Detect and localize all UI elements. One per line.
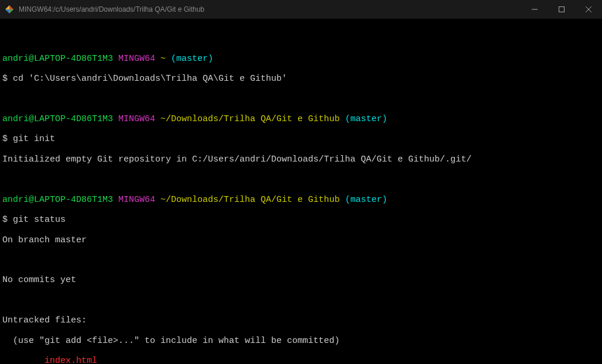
prompt-env: MINGW64: [118, 195, 155, 205]
git-bash-icon: [5, 5, 14, 14]
terminal-content[interactable]: andri@LAPTOP-4D86T1M3 MINGW64 ~ (master)…: [0, 19, 602, 364]
output-line: Untracked files:: [2, 315, 600, 325]
prompt-env: MINGW64: [118, 54, 155, 64]
window-titlebar: MINGW64:/c/Users/andri/Downloads/Trilha …: [0, 0, 602, 19]
prompt-line: andri@LAPTOP-4D86T1M3 MINGW64 ~ (master): [2, 54, 600, 64]
prompt-path: ~/Downloads/Trilha QA/Git e Github: [160, 114, 340, 124]
close-button[interactable]: [575, 0, 602, 19]
svg-marker-4: [5, 5, 9, 9]
blank-line: [2, 296, 600, 305]
prompt-user: andri@LAPTOP-4D86T1M3: [2, 195, 113, 205]
output-line: Initialized empty Git repository in C:/U…: [2, 154, 600, 164]
window-title: MINGW64:/c/Users/andri/Downloads/Trilha …: [19, 5, 204, 13]
blank-line: [2, 94, 600, 104]
output-line: On branch master: [2, 235, 600, 245]
prompt-line: andri@LAPTOP-4D86T1M3 MINGW64 ~/Download…: [2, 195, 600, 205]
maximize-button[interactable]: [548, 0, 575, 19]
svg-marker-2: [9, 9, 13, 13]
prompt-line: andri@LAPTOP-4D86T1M3 MINGW64 ~/Download…: [2, 114, 600, 124]
minimize-button[interactable]: [521, 0, 548, 19]
prompt-branch: (master): [171, 54, 213, 64]
command-line: $ git status: [2, 215, 600, 225]
svg-rect-6: [559, 7, 565, 12]
indent: [2, 356, 45, 364]
prompt-path: ~: [160, 54, 166, 64]
prompt-path: ~/Downloads/Trilha QA/Git e Github: [160, 195, 340, 205]
command-line: $ cd 'C:\Users\andri\Downloads\Trilha QA…: [2, 74, 600, 84]
window-controls: [521, 0, 602, 19]
prompt-user: andri@LAPTOP-4D86T1M3: [2, 54, 113, 64]
command-line: $ git init: [2, 134, 600, 144]
output-line: No commits yet: [2, 275, 600, 285]
output-line: index.html: [2, 356, 600, 364]
blank-line: [2, 255, 600, 265]
untracked-file: index.html: [45, 356, 97, 364]
prompt-branch: (master): [345, 114, 387, 124]
prompt-user: andri@LAPTOP-4D86T1M3: [2, 114, 113, 124]
blank-line: [2, 174, 600, 184]
output-line: (use "git add <file>..." to include in w…: [2, 336, 600, 346]
blank-line: [2, 33, 600, 43]
svg-marker-1: [9, 5, 13, 9]
prompt-env: MINGW64: [118, 114, 155, 124]
svg-marker-3: [5, 9, 9, 13]
prompt-branch: (master): [345, 195, 387, 205]
